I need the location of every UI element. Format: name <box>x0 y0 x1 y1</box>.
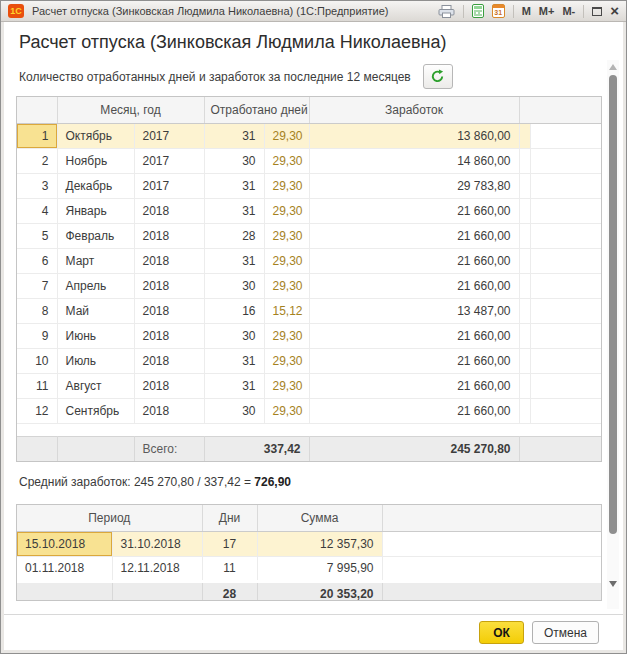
cell-rownum[interactable]: 8 <box>17 298 57 323</box>
cell-earnings[interactable]: 29 783,80 <box>309 173 519 198</box>
cell-avg-days[interactable]: 29,30 <box>264 348 309 373</box>
cell-avg-days[interactable]: 29,30 <box>264 398 309 423</box>
cell-month[interactable]: Май <box>57 298 134 323</box>
cell-rownum[interactable]: 6 <box>17 248 57 273</box>
cell-days[interactable]: 11 <box>202 556 257 581</box>
cell-days[interactable]: 30 <box>204 398 264 423</box>
cell-earnings[interactable]: 21 660,00 <box>309 348 519 373</box>
cell-period-to[interactable]: 31.10.2018 <box>112 531 202 556</box>
cell-year[interactable]: 2018 <box>134 398 204 423</box>
cell-month[interactable]: Декабрь <box>57 173 134 198</box>
cell-avg-days[interactable]: 29,30 <box>264 173 309 198</box>
cell-year[interactable]: 2017 <box>134 173 204 198</box>
ok-button[interactable]: ОК <box>479 621 524 644</box>
cell-days[interactable]: 30 <box>204 323 264 348</box>
cell-rownum[interactable]: 7 <box>17 273 57 298</box>
cell-avg-days[interactable]: 29,30 <box>264 223 309 248</box>
cell-earnings[interactable]: 13 487,00 <box>309 298 519 323</box>
memory-button[interactable]: M <box>522 5 531 18</box>
cell-rownum[interactable]: 3 <box>17 173 57 198</box>
cell-earnings[interactable]: 13 860,00 <box>309 123 519 148</box>
cell-days[interactable]: 31 <box>204 123 264 148</box>
cell-year[interactable]: 2018 <box>134 273 204 298</box>
cell-earnings[interactable]: 21 660,00 <box>309 398 519 423</box>
cell-year[interactable]: 2018 <box>134 373 204 398</box>
cell-days[interactable]: 17 <box>202 531 257 556</box>
cell-earnings[interactable]: 14 860,00 <box>309 148 519 173</box>
scrollbar-up-icon[interactable] <box>609 64 617 70</box>
cell-earnings[interactable]: 21 660,00 <box>309 273 519 298</box>
cell-avg-days[interactable]: 29,30 <box>264 198 309 223</box>
cell-avg-days[interactable]: 29,30 <box>264 273 309 298</box>
table-row[interactable]: 9 Июнь 2018 30 29,30 21 660,00 <box>17 323 601 348</box>
cell-rownum[interactable]: 10 <box>17 348 57 373</box>
close-icon[interactable]: × <box>610 5 619 17</box>
refresh-button[interactable] <box>423 64 453 89</box>
cell-period-to[interactable]: 12.11.2018 <box>112 556 202 581</box>
table-row[interactable]: 01.11.2018 12.11.2018 11 7 995,90 <box>17 556 601 581</box>
cell-month[interactable]: Апрель <box>57 273 134 298</box>
cell-avg-days[interactable]: 29,30 <box>264 123 309 148</box>
table-row[interactable]: 10 Июль 2018 31 29,30 21 660,00 <box>17 348 601 373</box>
cell-days[interactable]: 31 <box>204 373 264 398</box>
cell-avg-days[interactable]: 29,30 <box>264 148 309 173</box>
cancel-button[interactable]: Отмена <box>532 621 599 644</box>
cell-earnings[interactable]: 21 660,00 <box>309 323 519 348</box>
cell-month[interactable]: Январь <box>57 198 134 223</box>
cell-days[interactable]: 31 <box>204 348 264 373</box>
cell-year[interactable]: 2018 <box>134 298 204 323</box>
cell-rownum[interactable]: 2 <box>17 148 57 173</box>
scrollbar-down-icon[interactable] <box>609 581 617 587</box>
cell-month[interactable]: Март <box>57 248 134 273</box>
cell-days[interactable]: 31 <box>204 198 264 223</box>
cell-year[interactable]: 2018 <box>134 223 204 248</box>
cell-sum[interactable]: 7 995,90 <box>257 556 382 581</box>
calendar-icon[interactable]: 31 <box>492 4 505 18</box>
cell-avg-days[interactable]: 29,30 <box>264 373 309 398</box>
table-row[interactable]: 8 Май 2018 16 15,12 13 487,00 <box>17 298 601 323</box>
cell-year[interactable]: 2018 <box>134 348 204 373</box>
table-row[interactable]: 4 Январь 2018 31 29,30 21 660,00 <box>17 198 601 223</box>
cell-rownum[interactable]: 11 <box>17 373 57 398</box>
cell-period-from[interactable]: 15.10.2018 <box>17 531 112 556</box>
cell-month[interactable]: Октябрь <box>57 123 134 148</box>
table-row[interactable]: 3 Декабрь 2017 31 29,30 29 783,80 <box>17 173 601 198</box>
cell-days[interactable]: 16 <box>204 298 264 323</box>
cell-month[interactable]: Июнь <box>57 323 134 348</box>
cell-month[interactable]: Август <box>57 373 134 398</box>
cell-year[interactable]: 2017 <box>134 148 204 173</box>
cell-avg-days[interactable]: 29,30 <box>264 323 309 348</box>
cell-month[interactable]: Июль <box>57 348 134 373</box>
cell-days[interactable]: 30 <box>204 273 264 298</box>
cell-earnings[interactable]: 21 660,00 <box>309 248 519 273</box>
cell-month[interactable]: Сентябрь <box>57 398 134 423</box>
calculator-icon[interactable] <box>472 4 484 18</box>
cell-year[interactable]: 2017 <box>134 123 204 148</box>
cell-days[interactable]: 31 <box>204 248 264 273</box>
cell-sum[interactable]: 12 357,30 <box>257 531 382 556</box>
cell-days[interactable]: 31 <box>204 173 264 198</box>
cell-year[interactable]: 2018 <box>134 323 204 348</box>
cell-rownum[interactable]: 5 <box>17 223 57 248</box>
cell-earnings[interactable]: 21 660,00 <box>309 373 519 398</box>
table-row[interactable]: 11 Август 2018 31 29,30 21 660,00 <box>17 373 601 398</box>
cell-earnings[interactable]: 21 660,00 <box>309 198 519 223</box>
memory-plus-button[interactable]: M+ <box>539 5 555 18</box>
cell-days[interactable]: 30 <box>204 148 264 173</box>
table-row[interactable]: 15.10.2018 31.10.2018 17 12 357,30 <box>17 531 601 556</box>
cell-days[interactable]: 28 <box>204 223 264 248</box>
cell-year[interactable]: 2018 <box>134 198 204 223</box>
print-icon[interactable] <box>438 5 455 18</box>
cell-avg-days[interactable]: 29,30 <box>264 248 309 273</box>
table-row[interactable]: 12 Сентябрь 2018 30 29,30 21 660,00 <box>17 398 601 423</box>
maximize-icon[interactable] <box>592 7 602 16</box>
vertical-scrollbar[interactable] <box>607 60 619 609</box>
table-row[interactable]: 1 Октябрь 2017 31 29,30 13 860,00 <box>17 123 601 148</box>
cell-rownum[interactable]: 12 <box>17 398 57 423</box>
table-row[interactable]: 2 Ноябрь 2017 30 29,30 14 860,00 <box>17 148 601 173</box>
scrollbar-thumb[interactable] <box>609 75 617 534</box>
cell-avg-days[interactable]: 15,12 <box>264 298 309 323</box>
cell-month[interactable]: Ноябрь <box>57 148 134 173</box>
cell-rownum[interactable]: 9 <box>17 323 57 348</box>
table-row[interactable]: 6 Март 2018 31 29,30 21 660,00 <box>17 248 601 273</box>
